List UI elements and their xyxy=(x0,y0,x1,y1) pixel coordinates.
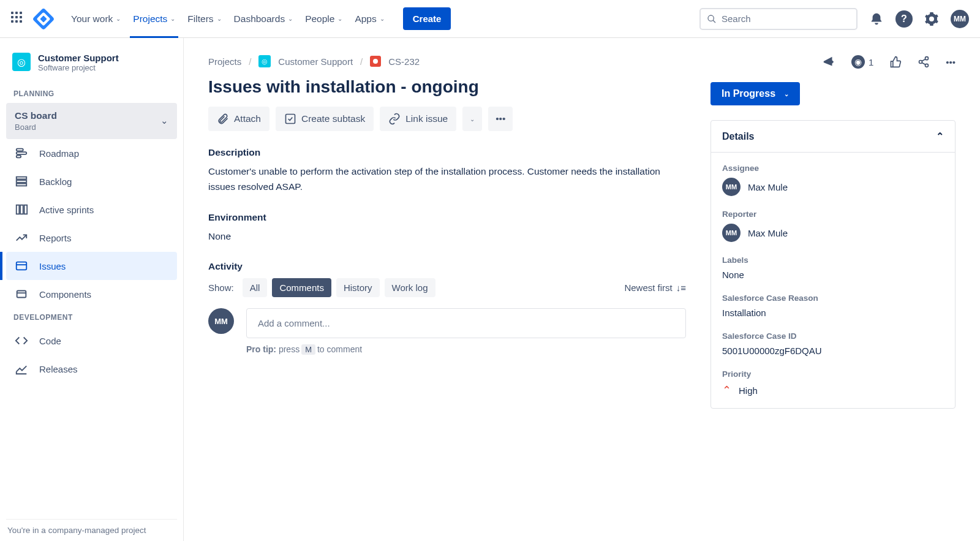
case-id-label: Salesforce Case ID xyxy=(722,331,944,341)
svg-line-19 xyxy=(922,59,925,61)
issue-more-button[interactable]: ••• xyxy=(946,57,956,67)
search-icon xyxy=(707,14,717,24)
nav-filters[interactable]: Filters⌄ xyxy=(181,0,227,38)
crumb-project[interactable]: Customer Support xyxy=(278,56,353,67)
project-type: Software project xyxy=(38,63,119,72)
sidebar-item-backlog[interactable]: Backlog xyxy=(6,167,177,195)
project-header[interactable]: ◎ Customer Support Software project xyxy=(6,53,177,85)
sidebar-item-active-sprints[interactable]: Active sprints xyxy=(6,195,177,224)
description-text[interactable]: Customer's unable to perform the activat… xyxy=(208,164,686,195)
svg-rect-2 xyxy=(17,149,23,151)
details-header[interactable]: Details⌃ xyxy=(711,121,955,153)
show-label: Show: xyxy=(208,282,234,293)
nav-apps[interactable]: Apps⌄ xyxy=(349,0,390,38)
crumb-projects[interactable]: Projects xyxy=(208,56,241,67)
details-panel: Details⌃ AssigneeMMMax Mule ReporterMMMa… xyxy=(710,120,956,409)
svg-rect-9 xyxy=(20,205,23,214)
user-avatar[interactable]: MM xyxy=(951,10,969,28)
activity-tab-comments[interactable]: Comments xyxy=(272,278,331,297)
environment-label: Environment xyxy=(208,212,686,223)
issues-icon xyxy=(15,259,28,273)
components-icon xyxy=(15,287,28,301)
status-dropdown[interactable]: In Progress⌄ xyxy=(710,82,800,105)
priority-value[interactable]: ⌃High xyxy=(722,384,944,397)
sort-newest-button[interactable]: Newest first↓≡ xyxy=(624,282,686,293)
link-dropdown-button[interactable]: ⌄ xyxy=(462,107,482,131)
notifications-icon[interactable] xyxy=(869,11,884,27)
details-column: ◉1 ••• In Progress⌄ Details⌃ AssigneeMMM… xyxy=(710,55,956,524)
chevron-down-icon: ⌄ xyxy=(784,91,789,97)
more-actions-button[interactable]: ••• xyxy=(488,107,513,131)
sidebar-item-issues[interactable]: Issues xyxy=(6,252,177,280)
top-nav: Your work⌄Projects⌄Filters⌄Dashboards⌄Pe… xyxy=(0,0,980,38)
svg-rect-10 xyxy=(24,205,28,214)
labels-label: Labels xyxy=(722,255,944,265)
board-name: CS board xyxy=(15,110,57,121)
eye-icon: ◉ xyxy=(851,55,865,69)
svg-line-1 xyxy=(713,20,715,23)
like-button[interactable] xyxy=(889,56,902,68)
svg-rect-15 xyxy=(285,115,295,124)
sort-icon: ↓≡ xyxy=(676,282,686,293)
board-sublabel: Board xyxy=(15,123,36,132)
issue-title[interactable]: Issues with installation - ongoing xyxy=(208,77,686,97)
sidebar-item-reports[interactable]: Reports xyxy=(6,224,177,252)
feedback-icon[interactable] xyxy=(822,55,835,69)
svg-point-16 xyxy=(925,57,929,60)
sidebar-item-roadmap[interactable]: Roadmap xyxy=(6,139,177,167)
create-button[interactable]: Create xyxy=(403,7,451,30)
nav-projects[interactable]: Projects⌄ xyxy=(127,0,181,38)
nav-people[interactable]: People⌄ xyxy=(299,0,349,38)
help-icon[interactable]: ? xyxy=(895,10,913,28)
project-name: Customer Support xyxy=(38,53,119,63)
create-subtask-button[interactable]: Create subtask xyxy=(276,107,374,131)
project-chip-icon: ◎ xyxy=(258,55,271,67)
comment-input[interactable]: Add a comment... xyxy=(246,308,686,338)
watch-button[interactable]: ◉1 xyxy=(851,55,873,69)
roadmap-icon xyxy=(15,146,28,160)
activity-tab-history[interactable]: History xyxy=(336,278,380,297)
chevron-down-icon: ⌄ xyxy=(470,116,475,123)
jira-logo-icon[interactable] xyxy=(32,7,55,30)
environment-text[interactable]: None xyxy=(208,229,686,244)
assignee-value[interactable]: MMMax Mule xyxy=(722,178,944,196)
comment-avatar: MM xyxy=(208,308,234,334)
subtask-icon xyxy=(284,113,296,125)
section-development: DEVELOPMENT xyxy=(6,308,177,327)
labels-value[interactable]: None xyxy=(722,270,944,280)
share-button[interactable] xyxy=(918,56,930,68)
issue-content: Projects / ◎ Customer Support / CS-232 I… xyxy=(208,55,686,524)
crumb-issue-key[interactable]: CS-232 xyxy=(388,56,420,67)
svg-rect-13 xyxy=(17,291,26,298)
svg-rect-8 xyxy=(17,205,20,214)
svg-rect-6 xyxy=(17,180,27,183)
attach-button[interactable]: Attach xyxy=(208,107,270,131)
active-sprints-icon xyxy=(15,203,28,216)
search-placeholder: Search xyxy=(722,13,751,24)
issue-type-icon xyxy=(370,56,381,67)
section-planning: PLANNING xyxy=(6,85,177,103)
settings-icon[interactable] xyxy=(924,11,940,27)
link-icon xyxy=(388,113,401,125)
reports-icon xyxy=(15,231,28,244)
reporter-value[interactable]: MMMax Mule xyxy=(722,224,944,242)
link-issue-button[interactable]: Link issue xyxy=(380,107,456,131)
activity-tab-all[interactable]: All xyxy=(243,278,268,297)
case-id-value[interactable]: 5001U00000zgF6DQAU xyxy=(722,346,944,356)
case-reason-value[interactable]: Installation xyxy=(722,308,944,318)
board-selector[interactable]: CS board Board ⌄ xyxy=(6,103,177,139)
sidebar-item-releases[interactable]: Releases xyxy=(6,355,177,383)
nav-dashboards[interactable]: Dashboards⌄ xyxy=(228,0,300,38)
chevron-up-icon: ⌃ xyxy=(936,131,944,142)
nav-your-work[interactable]: Your work⌄ xyxy=(65,0,127,38)
protip-text: Pro tip: pressMto comment xyxy=(246,344,686,355)
sidebar-item-components[interactable]: Components xyxy=(6,280,177,308)
svg-rect-3 xyxy=(17,152,27,154)
chevron-down-icon: ⌄ xyxy=(160,115,168,126)
search-input[interactable]: Search xyxy=(699,8,858,30)
breadcrumb: Projects / ◎ Customer Support / CS-232 xyxy=(208,55,686,67)
svg-rect-11 xyxy=(17,262,27,270)
activity-tab-work-log[interactable]: Work log xyxy=(385,278,435,297)
app-switcher-icon[interactable] xyxy=(11,12,26,26)
sidebar-item-code[interactable]: Code xyxy=(6,327,177,355)
